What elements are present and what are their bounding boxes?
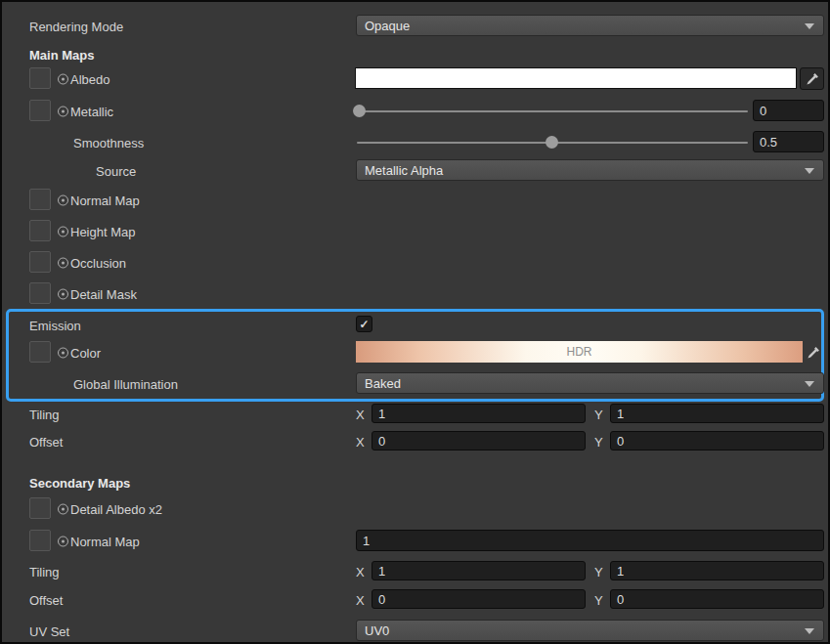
metallic-value-field[interactable]: [753, 100, 824, 121]
chevron-down-icon: [805, 628, 814, 634]
y-label: Y: [594, 565, 603, 580]
metallic-slider-handle[interactable]: [353, 105, 366, 117]
offset-row: Offset X Y: [2, 430, 828, 453]
secondary-tiling-x-field[interactable]: [371, 561, 586, 580]
secondary-normal-map-label: Normal Map: [70, 535, 140, 549]
object-picker-icon[interactable]: [58, 348, 68, 359]
eyedropper-button[interactable]: [800, 67, 824, 90]
detail-albedo-texture-slot[interactable]: [29, 497, 51, 519]
y-label: Y: [594, 408, 603, 422]
height-map-texture-slot[interactable]: [29, 220, 51, 241]
albedo-row: Albedo: [2, 67, 828, 91]
normal-map-row: Normal Map: [2, 189, 828, 212]
object-picker-icon[interactable]: [58, 504, 68, 515]
main-maps-header: Main Maps: [29, 48, 94, 63]
secondary-normal-map-texture-slot[interactable]: [29, 530, 51, 551]
eyedropper-icon: [806, 72, 819, 86]
object-picker-icon[interactable]: [58, 107, 68, 117]
object-picker-icon[interactable]: [58, 289, 68, 300]
height-map-label: Height Map: [70, 225, 135, 239]
detail-mask-row: Detail Mask: [2, 282, 828, 306]
main-maps-header-row: Main Maps: [2, 43, 828, 66]
uv-set-dropdown[interactable]: UV0: [356, 620, 824, 641]
secondary-tiling-row: Tiling X Y: [2, 560, 828, 583]
chevron-down-icon: [805, 381, 814, 387]
x-label: X: [356, 435, 365, 450]
secondary-maps-header: Secondary Maps: [29, 476, 130, 491]
offset-y-field[interactable]: [610, 431, 824, 451]
y-label: Y: [594, 593, 603, 608]
occlusion-row: Occlusion: [2, 251, 828, 275]
secondary-tiling-y-field[interactable]: [610, 561, 824, 580]
secondary-offset-label: Offset: [29, 593, 63, 608]
uv-set-value: UV0: [365, 623, 389, 638]
detail-mask-texture-slot[interactable]: [29, 282, 51, 304]
emission-color-label: Color: [70, 346, 101, 361]
metallic-label: Metallic: [70, 105, 113, 119]
emission-row: Emission ✓: [2, 314, 828, 337]
checkmark-icon: ✓: [359, 318, 369, 331]
secondary-maps-header-row: Secondary Maps: [2, 471, 828, 494]
global-illumination-value: Baked: [365, 376, 401, 391]
secondary-offset-row: Offset X Y: [2, 588, 828, 612]
object-picker-icon[interactable]: [58, 537, 68, 547]
emission-hdr-color-swatch[interactable]: HDR: [356, 341, 803, 363]
occlusion-label: Occlusion: [70, 256, 126, 271]
source-label: Source: [96, 164, 136, 179]
offset-x-field[interactable]: [371, 431, 586, 451]
object-picker-icon[interactable]: [58, 195, 68, 206]
tiling-x-field[interactable]: [371, 404, 586, 423]
tiling-y-field[interactable]: [610, 404, 824, 423]
tiling-label: Tiling: [29, 408, 60, 422]
global-illumination-dropdown[interactable]: Baked: [356, 372, 824, 394]
albedo-texture-slot[interactable]: [29, 67, 51, 89]
eyedropper-button[interactable]: [806, 345, 821, 361]
secondary-normal-map-scale-field[interactable]: [356, 530, 824, 551]
material-inspector-panel: Rendering Mode Opaque Main Maps Albedo M…: [0, 0, 830, 644]
rendering-mode-row: Rendering Mode Opaque: [2, 15, 828, 38]
emission-checkbox[interactable]: ✓: [356, 316, 372, 332]
smoothness-value-field[interactable]: [753, 131, 824, 152]
chevron-down-icon: [805, 168, 814, 174]
object-picker-icon[interactable]: [58, 258, 68, 269]
uv-set-row: UV Set UV0: [2, 620, 828, 643]
metallic-row: Metallic: [2, 100, 828, 123]
offset-label: Offset: [29, 435, 63, 450]
detail-albedo-label: Detail Albedo x2: [70, 502, 162, 517]
object-picker-icon[interactable]: [58, 227, 68, 237]
emission-color-row: Color HDR: [2, 341, 828, 365]
detail-mask-label: Detail Mask: [70, 287, 137, 302]
emission-label: Emission: [29, 319, 81, 333]
smoothness-label: Smoothness: [73, 136, 144, 150]
detail-albedo-row: Detail Albedo x2: [2, 497, 828, 521]
secondary-offset-x-field[interactable]: [371, 589, 586, 609]
secondary-normal-map-row: Normal Map: [2, 530, 828, 553]
global-illumination-label: Global Illumination: [73, 377, 178, 392]
smoothness-slider-handle[interactable]: [546, 136, 558, 149]
occlusion-texture-slot[interactable]: [29, 251, 51, 273]
source-value: Metallic Alpha: [365, 163, 443, 178]
secondary-tiling-label: Tiling: [29, 565, 60, 580]
rendering-mode-dropdown[interactable]: Opaque: [356, 15, 824, 36]
normal-map-label: Normal Map: [70, 193, 140, 208]
height-map-row: Height Map: [2, 220, 828, 243]
x-label: X: [356, 593, 365, 608]
hdr-badge: HDR: [567, 345, 592, 359]
chevron-down-icon: [805, 23, 814, 29]
x-label: X: [356, 408, 365, 422]
tiling-row: Tiling X Y: [2, 403, 828, 426]
albedo-label: Albedo: [70, 72, 109, 87]
normal-map-texture-slot[interactable]: [29, 189, 51, 210]
smoothness-slider[interactable]: [357, 142, 748, 144]
emission-texture-slot[interactable]: [29, 341, 51, 363]
albedo-color-swatch[interactable]: [355, 67, 797, 89]
x-label: X: [356, 565, 365, 580]
source-dropdown[interactable]: Metallic Alpha: [356, 159, 824, 181]
metallic-slider[interactable]: [357, 110, 748, 112]
rendering-mode-value: Opaque: [365, 19, 410, 33]
metallic-texture-slot[interactable]: [29, 100, 51, 121]
object-picker-icon[interactable]: [58, 74, 68, 85]
smoothness-source-row: Source Metallic Alpha: [2, 159, 828, 183]
secondary-offset-y-field[interactable]: [610, 589, 824, 609]
global-illumination-row: Global Illumination Baked: [2, 372, 828, 396]
